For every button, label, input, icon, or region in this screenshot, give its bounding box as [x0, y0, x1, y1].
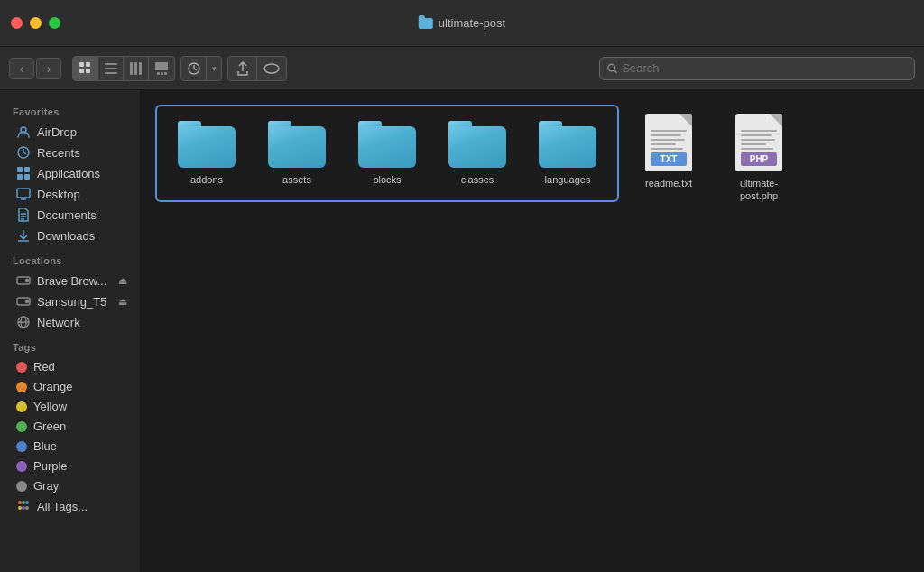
- folder-classes-label: classes: [461, 173, 494, 186]
- orange-tag-dot: [16, 382, 27, 392]
- sidebar-item-tag-purple[interactable]: Purple: [4, 457, 136, 475]
- svg-rect-12: [161, 72, 163, 75]
- file-grid: addons assets blocks: [155, 105, 910, 211]
- sidebar-item-network[interactable]: Network: [4, 312, 136, 332]
- view-icon-button[interactable]: [73, 57, 98, 80]
- brave-eject-button[interactable]: ⏏: [118, 275, 127, 287]
- view-gallery-button[interactable]: [149, 57, 174, 80]
- tags-header: Tags: [0, 333, 140, 356]
- documents-icon: [16, 208, 31, 222]
- tag-red-label: Red: [33, 360, 55, 374]
- sidebar-item-recents[interactable]: Recents: [4, 143, 136, 162]
- file-ultimate-post-php[interactable]: PHP ultimate-post.php: [718, 108, 799, 211]
- tag-gray-label: Gray: [33, 479, 59, 493]
- folder-assets-label: assets: [282, 173, 311, 186]
- samsung-eject-button[interactable]: ⏏: [118, 296, 127, 308]
- view-toggle-group[interactable]: [72, 56, 175, 81]
- favorites-header: Favorites: [0, 97, 140, 121]
- arrange-button[interactable]: ▾: [180, 56, 222, 81]
- brave-drive-icon: [16, 273, 31, 288]
- tag-button[interactable]: [257, 57, 286, 80]
- tag-blue-label: Blue: [33, 439, 57, 453]
- arrange-icon: [181, 57, 207, 80]
- svg-rect-9: [139, 62, 142, 75]
- svg-rect-28: [17, 189, 30, 198]
- purple-tag-dot: [16, 461, 27, 472]
- maximize-button[interactable]: [49, 17, 60, 29]
- arrange-arrow-icon: ▾: [207, 57, 221, 80]
- folder-blocks[interactable]: blocks: [346, 115, 428, 191]
- window-controls[interactable]: [11, 17, 60, 29]
- sidebar-item-desktop[interactable]: Desktop: [4, 184, 136, 204]
- minimize-button[interactable]: [30, 17, 42, 29]
- close-button[interactable]: [11, 17, 23, 29]
- svg-rect-10: [155, 62, 168, 70]
- yellow-tag-dot: [16, 401, 27, 412]
- folder-addons[interactable]: addons: [166, 115, 247, 191]
- sidebar-item-brave[interactable]: Brave Brow... ⏏: [4, 271, 136, 291]
- sidebar-item-tag-green[interactable]: Green: [4, 417, 136, 436]
- sidebar-item-tag-red[interactable]: Red: [4, 357, 136, 376]
- svg-point-38: [26, 300, 29, 303]
- sidebar-item-applications-label: Applications: [37, 167, 100, 180]
- sidebar-item-downloads[interactable]: Downloads: [4, 226, 136, 245]
- sidebar-item-tag-blue[interactable]: Blue: [4, 437, 136, 456]
- file-selection-box: addons assets blocks: [155, 105, 619, 202]
- sidebar-item-documents-label: Documents: [37, 208, 97, 222]
- toolbar: ‹ › ▾: [0, 47, 924, 90]
- red-tag-dot: [16, 362, 27, 373]
- folder-languages[interactable]: languages: [527, 115, 608, 191]
- folder-icon-blocks: [358, 121, 416, 168]
- forward-button[interactable]: ›: [36, 58, 61, 79]
- sidebar-item-downloads-label: Downloads: [37, 229, 95, 243]
- sidebar-item-tag-orange[interactable]: Orange: [4, 377, 136, 396]
- svg-line-16: [194, 69, 197, 70]
- sidebar-item-all-tags[interactable]: All Tags...: [4, 496, 136, 516]
- svg-point-44: [25, 501, 29, 504]
- svg-rect-1: [86, 62, 90, 67]
- svg-point-47: [25, 506, 29, 510]
- sidebar-item-airdrop[interactable]: AirDrop: [4, 122, 136, 142]
- title-bar: ultimate-post: [0, 0, 924, 47]
- view-list-button[interactable]: [98, 57, 124, 80]
- doc-icon-php: PHP: [735, 114, 782, 171]
- applications-icon: [16, 166, 31, 180]
- svg-point-42: [18, 501, 22, 504]
- file-readme[interactable]: TXT readme.txt: [628, 108, 709, 211]
- svg-rect-13: [164, 72, 167, 75]
- all-tags-icon: [16, 499, 31, 513]
- sidebar-item-documents[interactable]: Documents: [4, 205, 136, 225]
- file-area: addons assets blocks: [141, 90, 924, 572]
- window-title-area: ultimate-post: [419, 16, 505, 30]
- view-column-button[interactable]: [124, 57, 149, 80]
- back-button[interactable]: ‹: [9, 58, 34, 79]
- sidebar-item-tag-yellow[interactable]: Yellow: [4, 397, 136, 416]
- sidebar-item-samsung[interactable]: Samsung_T5 ⏏: [4, 291, 136, 311]
- action-group[interactable]: [227, 56, 287, 81]
- svg-rect-4: [105, 63, 117, 65]
- svg-point-45: [18, 506, 22, 510]
- downloads-icon: [16, 228, 31, 243]
- folder-classes[interactable]: classes: [437, 115, 518, 191]
- folder-blocks-label: blocks: [373, 173, 401, 186]
- svg-rect-7: [130, 62, 133, 75]
- svg-line-19: [614, 70, 616, 72]
- svg-rect-27: [24, 174, 30, 180]
- search-input[interactable]: [622, 61, 907, 75]
- search-box[interactable]: [599, 57, 915, 80]
- sidebar-item-airdrop-label: AirDrop: [37, 125, 77, 139]
- folder-icon-classes: [448, 121, 506, 168]
- share-button[interactable]: [228, 57, 257, 80]
- blue-tag-dot: [16, 441, 27, 452]
- folder-assets[interactable]: assets: [256, 115, 337, 191]
- folder-addons-label: addons: [190, 173, 223, 186]
- sidebar-item-applications[interactable]: Applications: [4, 163, 136, 183]
- svg-rect-11: [157, 72, 160, 75]
- tag-green-label: Green: [33, 420, 66, 433]
- nav-buttons[interactable]: ‹ ›: [9, 58, 61, 79]
- svg-rect-2: [79, 69, 84, 73]
- file-php-label: ultimate-post.php: [724, 177, 794, 203]
- sidebar-item-tag-gray[interactable]: Gray: [4, 476, 136, 495]
- tag-orange-label: Orange: [33, 380, 72, 393]
- svg-rect-26: [17, 174, 23, 180]
